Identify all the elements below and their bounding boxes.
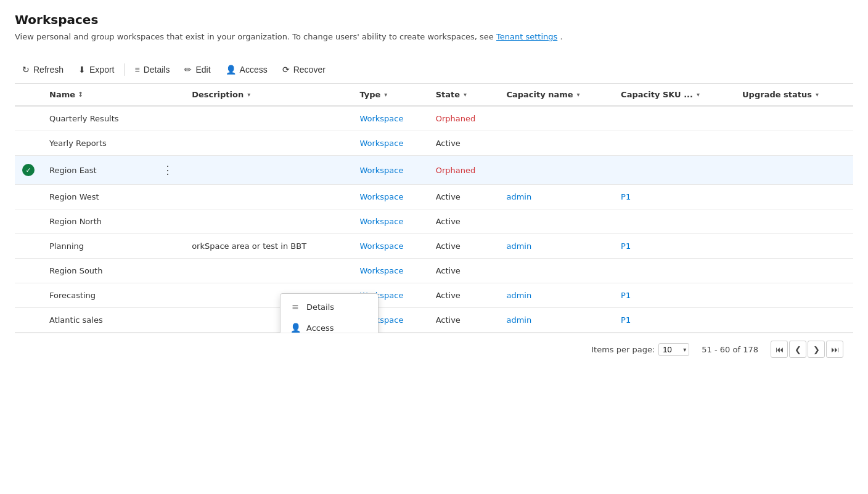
details-button[interactable]: ≡ Details <box>128 61 178 78</box>
col-capacity-sku-label: Capacity SKU ... <box>621 90 693 99</box>
row-type: Workspace <box>352 131 428 156</box>
row-type: Workspace <box>352 106 428 131</box>
pagination: Items per page: 10 25 50 100 51 - 60 of … <box>15 333 853 365</box>
row-upgrade-status <box>735 185 853 209</box>
row-description <box>184 209 352 234</box>
row-upgrade-status <box>735 308 853 333</box>
toolbar-separator <box>125 63 125 76</box>
access-button[interactable]: 👤 Access <box>218 61 275 78</box>
edit-button[interactable]: ✏ Edit <box>177 61 218 78</box>
row-name: Region West <box>42 185 151 209</box>
col-upgrade-status-label: Upgrade status <box>742 90 812 99</box>
row-more-cell <box>151 308 184 333</box>
access-label: Access <box>240 65 268 75</box>
prev-page-button[interactable]: ❮ <box>789 341 806 358</box>
row-checkbox-cell <box>15 283 42 308</box>
upgrade-status-filter-icon: ▾ <box>816 91 819 98</box>
access-menu-label: Access <box>306 323 334 333</box>
row-capacity-name <box>499 156 613 185</box>
items-per-page-label: Items per page: <box>591 345 655 354</box>
first-page-button[interactable]: ⏮︎ <box>771 341 788 358</box>
row-type: Workspace <box>352 209 428 234</box>
row-capacity-name: admin <box>499 234 613 259</box>
row-state: Orphaned <box>428 156 499 185</box>
page-desc-end: . <box>560 32 562 41</box>
details-label: Details <box>144 65 170 75</box>
table-row: Region NorthWorkspaceActive <box>15 209 853 234</box>
table-row: Yearly ReportsWorkspaceActive <box>15 131 853 156</box>
tenant-settings-link[interactable]: Tenant settings <box>496 32 557 41</box>
col-description[interactable]: Description ▾ <box>184 84 352 106</box>
row-more-cell <box>151 283 184 308</box>
row-state: Orphaned <box>428 106 499 131</box>
row-upgrade-status <box>735 131 853 156</box>
row-capacity-sku: P1 <box>613 234 735 259</box>
recover-button[interactable]: ⟳ Recover <box>275 61 333 78</box>
col-name-label: Name <box>49 90 75 99</box>
row-capacity-sku <box>613 106 735 131</box>
col-capacity-name[interactable]: Capacity name ▾ <box>499 84 613 106</box>
table-row: ForecastingWorkspaceActiveadminP1 <box>15 283 853 308</box>
next-page-button[interactable]: ❯ <box>808 341 825 358</box>
export-label: Export <box>89 65 114 75</box>
refresh-label: Refresh <box>33 65 63 75</box>
row-checkbox-cell <box>15 209 42 234</box>
row-capacity-sku <box>613 259 735 283</box>
refresh-button[interactable]: ↻ Refresh <box>15 61 71 78</box>
pagination-range: 51 - 60 of 178 <box>702 345 758 354</box>
table-container: Name ↕ Description ▾ Type <box>15 84 853 333</box>
row-capacity-sku: P1 <box>613 185 735 209</box>
toolbar: ↻ Refresh ⬇ Export ≡ Details ✏ Edit 👤 Ac… <box>15 56 853 84</box>
col-type[interactable]: Type ▾ <box>352 84 428 106</box>
access-menu-icon: 👤 <box>290 323 300 333</box>
col-state[interactable]: State ▾ <box>428 84 499 106</box>
per-page-select[interactable]: 10 25 50 100 <box>658 343 689 356</box>
row-more-button[interactable]: ⋮ <box>158 163 177 177</box>
row-name: Region East <box>42 156 151 185</box>
last-page-button[interactable]: ⏭︎ <box>826 341 843 358</box>
refresh-icon: ↻ <box>22 65 30 75</box>
row-name: Region South <box>42 259 151 283</box>
name-sort-icon: ↕ <box>78 91 83 99</box>
table-row: Quarterly ResultsWorkspaceOrphaned <box>15 106 853 131</box>
row-state: Active <box>428 234 499 259</box>
page-description: View personal and group workspaces that … <box>15 32 853 41</box>
per-page-wrapper: 10 25 50 100 <box>658 343 689 356</box>
row-checkbox-cell <box>15 234 42 259</box>
row-checkbox-cell <box>15 308 42 333</box>
row-capacity-sku: P1 <box>613 308 735 333</box>
row-name: Region North <box>42 209 151 234</box>
export-icon: ⬇ <box>78 65 86 75</box>
recover-icon: ⟳ <box>282 65 290 75</box>
col-capacity-sku[interactable]: Capacity SKU ... ▾ <box>613 84 735 106</box>
row-capacity-sku <box>613 131 735 156</box>
col-upgrade-status[interactable]: Upgrade status ▾ <box>735 84 853 106</box>
row-upgrade-status <box>735 156 853 185</box>
row-upgrade-status <box>735 106 853 131</box>
row-name: Planning <box>42 234 151 259</box>
col-name[interactable]: Name ↕ <box>42 84 151 106</box>
row-upgrade-status <box>735 283 853 308</box>
row-more-cell <box>151 209 184 234</box>
row-more-cell <box>151 106 184 131</box>
row-capacity-name <box>499 131 613 156</box>
state-filter-icon: ▾ <box>464 91 467 98</box>
row-type: Workspace <box>352 185 428 209</box>
context-menu: ≡Details👤Access✏Edit⟳Recover <box>280 293 379 333</box>
type-filter-icon: ▾ <box>384 91 387 98</box>
row-checkbox-cell <box>15 131 42 156</box>
edit-icon: ✏ <box>184 65 192 75</box>
row-more-cell <box>151 131 184 156</box>
workspaces-page: Workspaces View personal and group works… <box>0 0 868 378</box>
export-button[interactable]: ⬇ Export <box>71 61 121 78</box>
row-capacity-name <box>499 209 613 234</box>
row-upgrade-status <box>735 209 853 234</box>
row-capacity-sku: P1 <box>613 283 735 308</box>
col-more <box>151 84 184 106</box>
row-upgrade-status <box>735 234 853 259</box>
details-menu-label: Details <box>306 302 334 312</box>
row-capacity-sku <box>613 156 735 185</box>
row-description <box>184 259 352 283</box>
context-menu-item-details[interactable]: ≡Details <box>280 296 378 317</box>
context-menu-item-access[interactable]: 👤Access <box>280 317 378 333</box>
